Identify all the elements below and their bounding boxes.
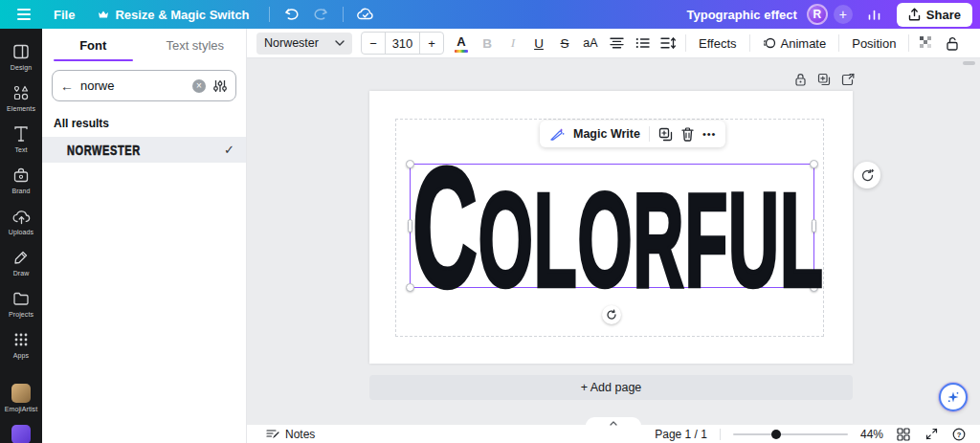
duplicate-element-button[interactable]: [658, 127, 673, 142]
effects-button[interactable]: Effects: [695, 36, 741, 51]
zoom-slider-track[interactable]: [733, 433, 848, 436]
add-comment-button[interactable]: [854, 162, 880, 188]
magic-write-button[interactable]: Magic Write: [573, 127, 640, 141]
more-options-button[interactable]: •••: [702, 128, 717, 140]
unlock-icon: [946, 36, 959, 51]
text-selection-box[interactable]: COLORFUL: [410, 164, 814, 288]
strikethrough-button[interactable]: S: [556, 32, 573, 55]
avatar[interactable]: R: [807, 4, 828, 25]
notes-button[interactable]: Notes: [266, 428, 315, 441]
font-panel: Font Text styles ← norwe × All results N…: [42, 29, 247, 443]
lock-page-button[interactable]: [792, 72, 808, 87]
font-family-value: Norwester: [264, 36, 319, 50]
font-result-norwester[interactable]: Norwester ✓: [42, 137, 246, 163]
sidebar-item-uploads[interactable]: Uploads: [0, 203, 42, 239]
zoom-slider[interactable]: [733, 429, 848, 440]
position-label: Position: [852, 36, 896, 51]
font-size-increase-button[interactable]: +: [420, 33, 443, 54]
sidebar-item-text[interactable]: Text: [0, 121, 42, 157]
share-button-label: Share: [926, 8, 961, 22]
font-family-dropdown[interactable]: Norwester: [256, 33, 352, 55]
pill-divider: [649, 126, 650, 142]
export-page-button[interactable]: [840, 72, 856, 87]
toolbar-divider: [749, 34, 750, 52]
list-button[interactable]: [634, 32, 651, 55]
duplicate-icon: [658, 127, 673, 142]
sidebar-item-design[interactable]: Design: [0, 38, 42, 75]
duplicate-page-button[interactable]: [816, 72, 832, 87]
design-icon: [12, 42, 30, 61]
text-align-button[interactable]: [608, 32, 625, 55]
undo-button[interactable]: [279, 2, 304, 27]
insights-button[interactable]: [862, 2, 887, 27]
panel-tabs: Font Text styles: [42, 29, 246, 61]
fullscreen-button[interactable]: [924, 427, 939, 442]
scrollbar[interactable]: [963, 61, 975, 65]
font-size-decrease-button[interactable]: −: [362, 33, 385, 54]
text-color-button[interactable]: A: [453, 32, 470, 55]
elements-icon: [12, 83, 30, 102]
file-menu-button[interactable]: File: [44, 2, 84, 27]
animate-button[interactable]: Animate: [759, 36, 831, 51]
notes-label: Notes: [285, 428, 315, 441]
search-input[interactable]: norwe: [80, 78, 186, 93]
collapse-panel-button[interactable]: [586, 417, 641, 426]
text-icon: [12, 124, 30, 144]
sidebar-item-app[interactable]: [0, 421, 42, 443]
sidebar-item-brand[interactable]: Brand: [0, 162, 42, 198]
zoom-slider-thumb[interactable]: [771, 430, 781, 439]
share-button[interactable]: Share: [897, 3, 972, 27]
sidebar-item-projects[interactable]: Projects: [0, 285, 42, 321]
animate-icon: [763, 36, 776, 50]
canvas-text[interactable]: COLORFUL: [412, 166, 824, 288]
help-button[interactable]: ?: [951, 427, 967, 442]
bullet-list-icon: [635, 37, 650, 49]
sidebar-item-apps[interactable]: Apps: [0, 326, 42, 363]
crown-icon: [98, 10, 109, 19]
bar-chart-icon: [867, 9, 881, 21]
redo-button[interactable]: [308, 2, 333, 27]
sidebar-item-draw[interactable]: Draw: [0, 244, 42, 280]
canva-assistant-button[interactable]: [939, 383, 968, 411]
export-page-icon: [841, 73, 855, 86]
sidebar-item-elements[interactable]: Elements: [0, 79, 42, 116]
rotate-handle[interactable]: [602, 305, 621, 324]
zoom-level[interactable]: 44%: [860, 428, 883, 441]
projects-icon: [12, 289, 30, 308]
apps-icon: [13, 330, 29, 349]
status-bar: Notes Page 1 / 1 44% ?: [247, 425, 980, 443]
text-toolbar: Norwester − 310 + A B I U S aA: [247, 29, 980, 58]
canvas-workspace[interactable]: COLORFUL Magic Write •••: [247, 58, 980, 425]
page-indicator[interactable]: Page 1 / 1: [655, 428, 707, 441]
rotate-icon: [606, 309, 617, 321]
italic-button[interactable]: I: [504, 32, 522, 55]
delete-element-button[interactable]: [681, 127, 694, 142]
notes-icon: [266, 429, 279, 440]
draw-icon: [12, 248, 30, 267]
grid-view-button[interactable]: [896, 427, 911, 442]
add-page-label: + Add page: [581, 381, 642, 394]
design-page[interactable]: COLORFUL Magic Write •••: [369, 91, 853, 364]
tab-text-styles[interactable]: Text styles: [145, 29, 247, 61]
cloud-check-icon: [357, 8, 374, 21]
sidebar-item-label: Uploads: [9, 229, 33, 235]
resize-magic-switch-button[interactable]: Resize & Magic Switch: [88, 2, 258, 27]
clear-search-button[interactable]: ×: [192, 79, 206, 93]
bold-button[interactable]: B: [479, 32, 496, 55]
spacing-button[interactable]: [659, 32, 677, 55]
filter-button[interactable]: [212, 79, 228, 93]
tab-font[interactable]: Font: [42, 29, 145, 61]
add-member-button[interactable]: +: [834, 5, 853, 24]
add-page-button[interactable]: + Add page: [369, 375, 853, 400]
underline-button[interactable]: U: [530, 32, 547, 55]
main-menu-button[interactable]: [8, 2, 40, 27]
font-search-box[interactable]: ← norwe ×: [52, 70, 236, 101]
document-title[interactable]: Typographic effect: [687, 8, 797, 22]
transparency-button[interactable]: [918, 32, 935, 55]
text-case-button[interactable]: aA: [582, 32, 599, 55]
sidebar-item-emojiartist[interactable]: EmojiArtist: [0, 380, 42, 416]
position-button[interactable]: Position: [848, 36, 900, 51]
font-size-value[interactable]: 310: [385, 33, 420, 54]
back-arrow-icon[interactable]: ←: [60, 78, 74, 94]
lock-button[interactable]: [944, 32, 961, 55]
